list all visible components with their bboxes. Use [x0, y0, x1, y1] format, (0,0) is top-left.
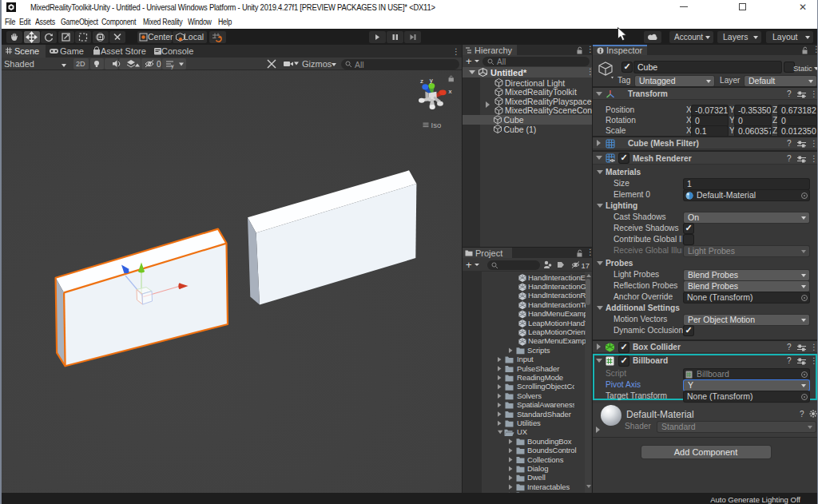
- svg-text:17: 17: [582, 261, 590, 270]
- svg-text:0: 0: [157, 60, 161, 69]
- svg-text:y: y: [171, 63, 174, 69]
- svg-text:x: x: [449, 88, 452, 95]
- svg-text:y: y: [430, 77, 433, 84]
- svg-text:Iso: Iso: [431, 121, 442, 129]
- svg-text:z: z: [420, 77, 423, 85]
